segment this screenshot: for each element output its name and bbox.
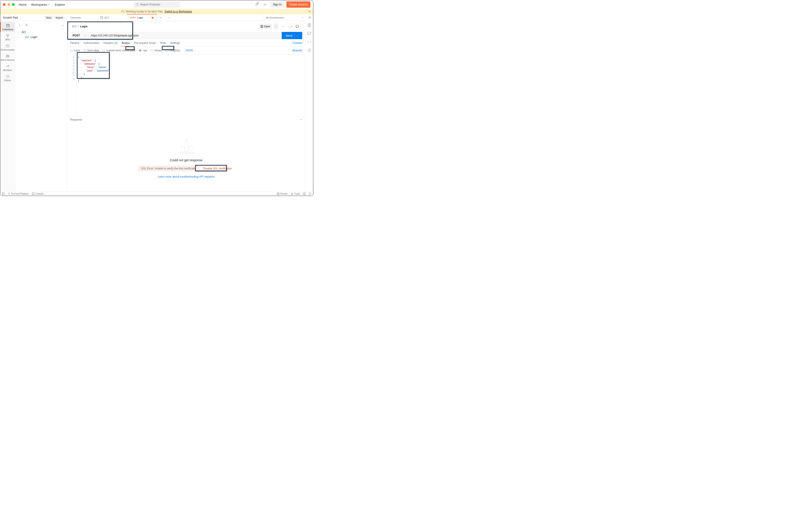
tab-aci[interactable]: ACI (97, 14, 127, 21)
rail-apis[interactable]: APIs (0, 32, 15, 42)
save-button[interactable]: Save (259, 24, 272, 29)
editor-content[interactable]: { ····"aaaUser" : { ········"attributes"… (76, 55, 305, 116)
response-bar[interactable]: Response (67, 116, 305, 123)
nav-explore[interactable]: Explore (55, 3, 65, 6)
banner-text: Working locally in Scratch Pad. (126, 10, 163, 13)
signin-button[interactable]: Sign In (270, 1, 284, 8)
tab-body[interactable]: Body (122, 41, 130, 46)
rail-monitors[interactable]: Monitors (0, 63, 15, 73)
settings-icon[interactable] (262, 1, 268, 8)
nav-workspaces[interactable]: Workspaces (31, 3, 50, 6)
sb-help[interactable] (309, 193, 311, 195)
sb-runner[interactable]: Runner (277, 193, 288, 195)
rail-collections[interactable]: Collections (0, 22, 15, 32)
body-none[interactable]: none (70, 49, 80, 52)
svg-rect-8 (6, 45, 9, 47)
tab-options[interactable]: ⋯ (165, 14, 173, 21)
switch-workspace-link[interactable]: Switch to a Workspace (164, 10, 192, 13)
svg-rect-2 (101, 16, 103, 19)
troubleshoot-link[interactable]: Learn more about troubleshooting API req… (158, 175, 215, 178)
create-account-button[interactable]: Create Account (286, 1, 310, 8)
window-controls (3, 3, 15, 6)
tab-login[interactable]: POST Login (127, 14, 157, 21)
body-binary[interactable]: binary (151, 49, 162, 52)
sb-layout[interactable] (303, 193, 306, 195)
request-more[interactable]: ⋯ (280, 23, 286, 30)
minimize-window[interactable] (7, 3, 10, 6)
close-window[interactable] (3, 3, 6, 6)
body-urlencoded[interactable]: x-www-form-urlencoded (103, 49, 135, 52)
tab-method-badge: POST (130, 16, 136, 19)
cookies-link[interactable]: Cookies (293, 41, 302, 46)
body-editor[interactable]: 12345678 { ····"aaaUser" : { ········"at… (67, 55, 305, 116)
tab-headers[interactable]: Headers (8) (103, 41, 117, 46)
disable-ssl-button[interactable]: Disable SSL Verification (201, 166, 234, 171)
body-form-data[interactable]: form-data (84, 49, 99, 52)
sidebar-add[interactable]: + (17, 23, 23, 28)
rail-environments[interactable]: Environments (0, 42, 15, 53)
tab-authorization[interactable]: Authorization (83, 41, 99, 46)
tab-settings[interactable]: Settings (170, 41, 180, 46)
build-mode[interactable] (289, 24, 294, 29)
sb-trash[interactable]: Trash (291, 193, 300, 195)
docs-icon[interactable] (307, 23, 311, 28)
url-group: POST https://10.240.120.50/api/aaaLogin.… (70, 32, 280, 39)
method-badge-get: GET (25, 36, 29, 38)
tree-request-login[interactable]: GET Login (15, 35, 67, 40)
environment-selector[interactable]: No Environment (263, 14, 306, 21)
content: ACI / Login Save ⋯ POST (67, 21, 305, 192)
new-tab-button[interactable]: + (157, 14, 165, 21)
rail-mock-servers[interactable]: Mock Servers (0, 53, 15, 63)
nav-home[interactable]: Home (19, 3, 27, 6)
code-icon[interactable] (307, 40, 311, 44)
send-button[interactable]: Send (282, 32, 302, 39)
new-button[interactable]: New (44, 15, 53, 20)
env-quick-look[interactable] (306, 14, 313, 21)
sidebar-more[interactable]: ⋯ (60, 23, 65, 28)
line-gutter: 12345678 (67, 55, 76, 116)
save-dropdown[interactable] (274, 24, 278, 29)
tab-overview[interactable]: Overview (67, 14, 97, 21)
tab-prerequest[interactable]: Pre-request Script (134, 41, 156, 46)
tab-params[interactable]: Params (70, 41, 79, 46)
svg-rect-23 (32, 193, 34, 195)
sb-console[interactable]: Console (32, 193, 44, 195)
request-tabs: Params Authorization Headers (8) Body Pr… (67, 39, 305, 46)
svg-point-6 (8, 34, 9, 35)
response-body: Could not get response SSL Error: Unable… (67, 123, 305, 192)
cloud-off-icon (121, 10, 124, 13)
beautify-link[interactable]: Beautify (293, 49, 302, 52)
rail-history[interactable]: History (0, 73, 15, 83)
sb-panel-toggle[interactable] (2, 193, 4, 195)
invite-icon[interactable] (253, 1, 260, 8)
svg-point-3 (309, 17, 310, 18)
nav-links: Home Workspaces Explore (19, 3, 65, 6)
search-icon (136, 3, 139, 6)
search-placeholder: Search Postman (140, 3, 160, 6)
comment-mode[interactable] (294, 24, 300, 29)
comments-icon[interactable] (307, 32, 311, 36)
tree-collection-aci[interactable]: ACI (15, 30, 67, 35)
scratch-pad-banner: Working locally in Scratch Pad. Switch t… (0, 9, 313, 14)
method-select[interactable]: POST (70, 32, 89, 39)
maximize-window[interactable] (12, 3, 15, 6)
svg-point-5 (6, 34, 7, 35)
svg-point-0 (136, 3, 138, 5)
sidebar: + ⋯ ACI GET Login (15, 21, 67, 192)
url-input[interactable]: https://10.240.120.50/api/aaaLogin.json (89, 32, 280, 39)
sidebar-filter[interactable] (24, 23, 29, 28)
body-graphql[interactable]: GraphQL (165, 49, 180, 52)
tab-tests[interactable]: Tests (160, 41, 166, 46)
send-dropdown[interactable] (294, 34, 298, 37)
body-type-row: none form-data x-www-form-urlencoded raw… (67, 46, 305, 55)
banner-close[interactable]: × (308, 9, 310, 13)
body-raw[interactable]: raw (139, 49, 147, 52)
svg-point-22 (8, 193, 9, 194)
info-icon[interactable] (307, 48, 311, 53)
search-input[interactable]: Search Postman (134, 1, 180, 8)
body-lang-select[interactable]: JSON (184, 48, 197, 53)
sb-find-replace[interactable]: Find and Replace (8, 193, 29, 195)
svg-rect-15 (184, 141, 188, 151)
empty-state-illustration (175, 137, 197, 155)
import-button[interactable]: Import (54, 15, 65, 20)
